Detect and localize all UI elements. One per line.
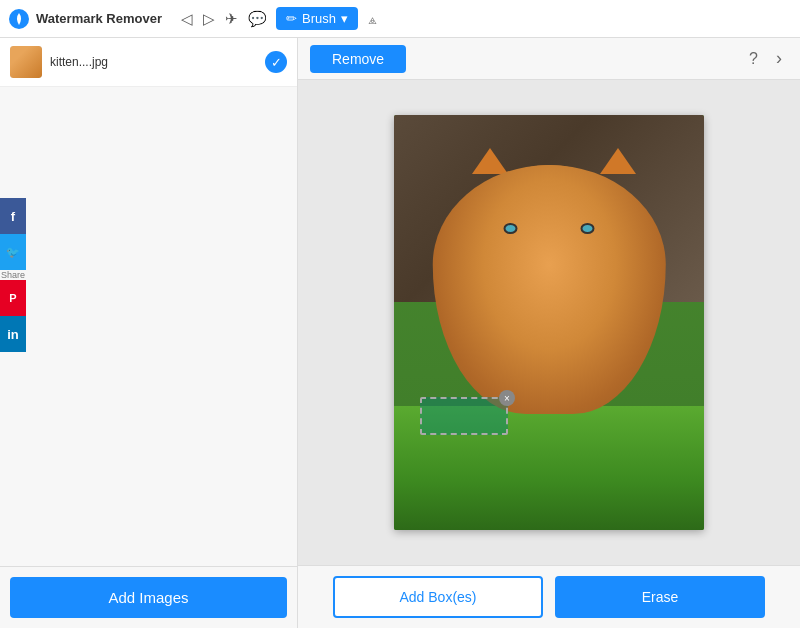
pinterest-share-button[interactable]: P xyxy=(0,280,26,316)
file-name: kitten....jpg xyxy=(50,55,257,69)
erase-mode-icon: ⟁ xyxy=(368,10,377,27)
brush-button[interactable]: ✏ Brush ▾ xyxy=(276,7,358,30)
brush-icon: ✏ xyxy=(286,11,297,26)
pinterest-icon: P xyxy=(9,292,16,304)
redo-button[interactable]: ▷ xyxy=(198,6,220,32)
file-thumb-preview xyxy=(10,46,42,78)
brush-label: Brush xyxy=(302,11,336,26)
image-container: × xyxy=(394,115,704,530)
undo-icon: ◁ xyxy=(181,10,193,28)
twitter-share-button[interactable]: 🐦 xyxy=(0,234,26,270)
next-icon: › xyxy=(776,48,782,68)
app-title: Watermark Remover xyxy=(36,11,162,26)
left-panel-bottom: Add Images xyxy=(0,566,297,628)
social-sidebar: f 🐦 Share P in xyxy=(0,198,26,352)
kitten-ear-left xyxy=(472,148,508,174)
linkedin-icon: in xyxy=(7,327,19,342)
selection-close-button[interactable]: × xyxy=(499,390,515,406)
toolbar: Watermark Remover ◁ ▷ ✈ 💬 ✏ Brush ▾ ⟁ xyxy=(0,0,800,38)
right-panel: Remove ? › xyxy=(298,38,800,628)
image-area: × xyxy=(298,80,800,565)
right-bottom: Add Box(es) Erase xyxy=(298,565,800,628)
app-logo-icon xyxy=(8,8,30,30)
left-panel: kitten....jpg ✓ f 🐦 Share P in Add Image… xyxy=(0,38,298,628)
remove-button[interactable]: Remove xyxy=(310,45,406,73)
brush-dropdown-icon: ▾ xyxy=(341,11,348,26)
kitten-eye-right xyxy=(581,223,595,234)
kitten-ear-right xyxy=(600,148,636,174)
main-content: kitten....jpg ✓ f 🐦 Share P in Add Image… xyxy=(0,38,800,628)
help-icon: ? xyxy=(749,50,758,67)
redo-icon: ▷ xyxy=(203,10,215,28)
kitten-image: × xyxy=(394,115,704,530)
facebook-icon: f xyxy=(11,209,15,224)
add-images-button[interactable]: Add Images xyxy=(10,577,287,618)
next-button[interactable]: › xyxy=(770,44,788,73)
twitter-icon: 🐦 xyxy=(6,246,20,259)
kitten-eyes xyxy=(472,223,627,234)
file-check-icon: ✓ xyxy=(265,51,287,73)
kitten-eye-left xyxy=(503,223,517,234)
erase-button[interactable]: Erase xyxy=(555,576,765,618)
right-toolbar: Remove ? › xyxy=(298,38,800,80)
pin-button[interactable]: ✈ xyxy=(220,6,243,32)
app-logo: Watermark Remover xyxy=(8,8,162,30)
chat-button[interactable]: 💬 xyxy=(243,6,272,32)
file-thumbnail xyxy=(10,46,42,78)
selection-box[interactable]: × xyxy=(420,397,508,435)
facebook-share-button[interactable]: f xyxy=(0,198,26,234)
pin-icon: ✈ xyxy=(225,10,238,28)
kitten-body xyxy=(433,165,666,414)
help-button[interactable]: ? xyxy=(743,46,764,72)
file-item[interactable]: kitten....jpg ✓ xyxy=(0,38,297,87)
linkedin-share-button[interactable]: in xyxy=(0,316,26,352)
share-label: Share xyxy=(0,270,26,280)
undo-button[interactable]: ◁ xyxy=(176,6,198,32)
add-box-button[interactable]: Add Box(es) xyxy=(333,576,543,618)
erase-mode-button[interactable]: ⟁ xyxy=(362,6,383,31)
chat-icon: 💬 xyxy=(248,10,267,28)
right-toolbar-actions: ? › xyxy=(743,44,788,73)
